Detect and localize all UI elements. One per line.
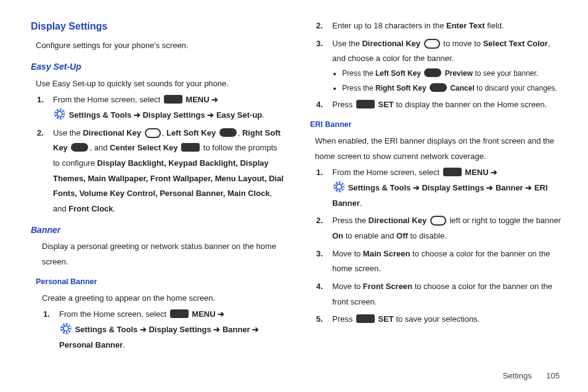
left-soft-key-icon bbox=[219, 128, 237, 137]
text: Use the bbox=[332, 39, 362, 48]
text: Press bbox=[332, 314, 355, 324]
directional-key: Directional Key bbox=[83, 128, 141, 137]
page-body: Display Settings Configure settings for … bbox=[0, 0, 588, 369]
left-soft-key: Left Soft Key bbox=[375, 69, 421, 78]
off: Off bbox=[396, 231, 408, 240]
right-column: Enter up to 18 characters in the Enter T… bbox=[310, 17, 563, 362]
arrow-icon: ➔ bbox=[491, 168, 497, 177]
text: From the Home screen, select bbox=[53, 95, 163, 104]
page-number: 105 bbox=[546, 371, 560, 380]
preview: Preview bbox=[445, 69, 473, 78]
text: Enter up to 18 characters in the bbox=[332, 21, 446, 30]
left-soft-key: Left Soft Key bbox=[166, 128, 216, 137]
text: to display the banner on the Home screen… bbox=[394, 100, 547, 109]
center-select-key-icon bbox=[181, 143, 200, 152]
pb-step-3: Use the Directional Key to move to Selec… bbox=[316, 36, 563, 96]
arrow-icon: ➔ bbox=[207, 110, 214, 120]
arrow-icon: ➔ bbox=[486, 183, 493, 192]
heading-easy-setup: Easy Set-Up bbox=[31, 59, 284, 75]
set: SET bbox=[378, 100, 393, 109]
eri-step-2: Press the Directional Key left or right … bbox=[316, 213, 563, 243]
right-soft-key: Right Soft Key bbox=[375, 84, 427, 92]
menu-label: MENU bbox=[186, 95, 209, 104]
cancel: Cancel bbox=[450, 84, 474, 92]
easy-step-1: From the Home screen, select MENU ➔ Sett… bbox=[37, 92, 284, 123]
eri-step-5: Press SET to save your selections. bbox=[316, 312, 563, 327]
gear-icon bbox=[54, 108, 65, 120]
text: Use the bbox=[53, 128, 83, 137]
menu-label: MENU bbox=[465, 168, 488, 177]
pb-step-4: Press SET to display the banner on the H… bbox=[316, 97, 563, 113]
center-select-key: Center Select Key bbox=[110, 143, 178, 152]
text: Press the bbox=[342, 69, 375, 78]
text: Press the bbox=[332, 216, 369, 225]
arrow-icon: ➔ bbox=[211, 95, 218, 104]
pb-step-2: Enter up to 18 characters in the Enter T… bbox=[316, 18, 563, 34]
bullet-cancel: Press the Right Soft Key Cancel to disca… bbox=[342, 81, 563, 95]
set: SET bbox=[378, 314, 393, 324]
heading-eri-banner: ERI Banner bbox=[310, 118, 563, 133]
gear-icon bbox=[333, 181, 345, 192]
main-screen: Main Screen bbox=[363, 249, 410, 258]
easy-setup: Easy Set-up bbox=[216, 110, 262, 120]
display-settings: Display Settings bbox=[422, 183, 484, 192]
heading-display-settings: Display Settings bbox=[31, 17, 284, 36]
eri-step-1: From the Home screen, select MENU ➔ Sett… bbox=[316, 165, 563, 211]
arrow-icon: ➔ bbox=[140, 325, 147, 334]
text: to enable and bbox=[343, 231, 396, 240]
eri-steps: From the Home screen, select MENU ➔ Sett… bbox=[310, 165, 563, 327]
pb-steps: From the Home screen, select MENU ➔ Sett… bbox=[31, 307, 284, 353]
heading-banner: Banner bbox=[31, 222, 284, 239]
enter-text: Enter Text bbox=[446, 21, 485, 30]
eri-step-4: Move to Front Screen to choose a color f… bbox=[316, 279, 563, 309]
right-soft-key-icon bbox=[430, 83, 447, 92]
bullet-preview: Press the Left Soft Key Preview to see y… bbox=[342, 67, 563, 80]
sub-bullets: Press the Left Soft Key Preview to see y… bbox=[332, 67, 563, 95]
select-text-color: Select Text Color bbox=[483, 39, 548, 48]
display-settings: Display Settings bbox=[142, 110, 205, 120]
text: to discard your changes. bbox=[475, 84, 557, 92]
menu-key-icon bbox=[170, 309, 189, 318]
easy-steps: From the Home screen, select MENU ➔ Sett… bbox=[31, 92, 284, 217]
eri-intro: When enabled, the ERI banner displays on… bbox=[310, 134, 563, 164]
settings-tools: Settings & Tools bbox=[69, 110, 132, 120]
personal-banner: Personal Banner bbox=[59, 340, 123, 349]
left-column: Display Settings Configure settings for … bbox=[31, 17, 284, 362]
arrow-icon: ➔ bbox=[213, 325, 220, 334]
gear-icon bbox=[60, 323, 71, 334]
text: to disable. bbox=[408, 231, 447, 240]
arrow-icon: ➔ bbox=[413, 183, 420, 192]
menu-label: MENU bbox=[192, 309, 215, 319]
banner-intro: Display a personal greeting or network s… bbox=[31, 239, 284, 269]
eri-step-3: Move to Main Screen to choose a color fo… bbox=[316, 247, 563, 277]
page-footer: Settings 105 bbox=[0, 369, 588, 380]
easy-step-2: Use the Directional Key , Left Soft Key … bbox=[37, 126, 284, 217]
menu-key-icon bbox=[164, 95, 182, 104]
set-key-icon bbox=[356, 314, 375, 323]
settings-tools: Settings & Tools bbox=[75, 325, 138, 334]
display-settings: Display Settings bbox=[149, 325, 211, 334]
text: left or right to toggle the banner bbox=[449, 216, 561, 225]
text: Press bbox=[332, 100, 355, 109]
left-soft-key-icon bbox=[424, 68, 441, 77]
front-clock: Front Clock bbox=[68, 204, 113, 213]
settings-tools: Settings & Tools bbox=[348, 183, 411, 192]
banner: Banner bbox=[496, 183, 523, 192]
front-screen: Front Screen bbox=[363, 282, 412, 291]
text: field. bbox=[485, 21, 504, 30]
arrow-icon: ➔ bbox=[525, 183, 532, 192]
arrow-icon: ➔ bbox=[252, 325, 259, 334]
text: , and bbox=[89, 143, 110, 152]
text: to save your selections. bbox=[394, 314, 480, 324]
right-soft-key-icon bbox=[71, 143, 88, 152]
directional-key: Directional Key bbox=[362, 39, 420, 48]
easy-intro: Use Easy Set-up to quickly set sounds fo… bbox=[31, 76, 284, 92]
pb-intro: Create a greeting to appear on the home … bbox=[31, 291, 284, 306]
pb-step-1: From the Home screen, select MENU ➔ Sett… bbox=[43, 307, 284, 353]
directional-key-icon bbox=[145, 128, 161, 138]
menu-key-icon bbox=[443, 168, 462, 176]
text: to move to bbox=[443, 39, 483, 48]
text: Move to bbox=[332, 282, 363, 291]
text: to see your banner. bbox=[473, 69, 538, 78]
set-key-icon bbox=[356, 100, 375, 108]
